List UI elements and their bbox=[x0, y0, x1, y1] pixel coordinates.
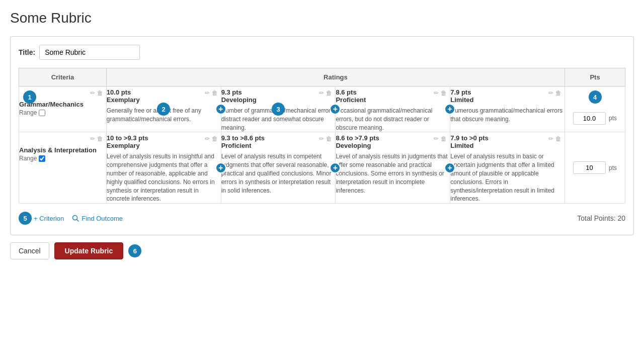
edit-icon[interactable]: ✏ bbox=[434, 89, 439, 97]
rating-pts: 8.6 to >7.9 pts bbox=[336, 134, 450, 142]
rubric-container: Title: Criteria Ratings Pts 1 ✏ 🗑 Gramma… bbox=[10, 36, 634, 235]
criteria-cell: 1 ✏ 🗑 Grammar/Mechanics Range bbox=[19, 86, 107, 132]
delete-icon[interactable]: 🗑 bbox=[212, 135, 218, 142]
rating-cell: ✏ 🗑 9.3 to >8.6 pts Proficient Level of … bbox=[221, 132, 336, 204]
rating-cell-icons: ✏ 🗑 bbox=[548, 135, 561, 142]
rating-desc: Numerous grammatical/mechanical errors t… bbox=[450, 107, 565, 124]
svg-line-1 bbox=[77, 220, 79, 222]
criteria-range: Range bbox=[19, 155, 106, 162]
total-points: Total Points: 20 bbox=[577, 214, 625, 222]
delete-icon[interactable]: 🗑 bbox=[441, 135, 447, 142]
pts-input[interactable] bbox=[573, 112, 606, 125]
table-row: 1 ✏ 🗑 Grammar/Mechanics Range ✏ 🗑 10.0 p… bbox=[19, 86, 625, 132]
add-rating-button[interactable]: + bbox=[215, 162, 226, 173]
pts-label: pts bbox=[609, 115, 617, 122]
add-rating-button[interactable]: + bbox=[330, 162, 341, 173]
rating-cell-icons: ✏ 🗑 bbox=[205, 135, 218, 142]
rating-desc: Level of analysis results in insightful … bbox=[107, 152, 221, 203]
badge-4: 4 bbox=[589, 90, 602, 104]
rating-desc: Level of analysis results in competent j… bbox=[221, 152, 336, 195]
range-label: Range bbox=[19, 109, 37, 116]
badge-5: 5 bbox=[19, 212, 32, 225]
rating-cell: ✏ 🗑 8.6 pts Proficient Occasional gramma… bbox=[336, 86, 450, 132]
action-row: Cancel Update Rubric 6 bbox=[10, 242, 634, 259]
edit-icon[interactable]: ✏ bbox=[205, 135, 210, 142]
title-label: Title: bbox=[19, 48, 35, 56]
add-rating-button[interactable]: + bbox=[215, 104, 226, 115]
rating-name: Developing bbox=[336, 142, 450, 149]
rubric-table: Criteria Ratings Pts 1 ✏ 🗑 Grammar/Mecha… bbox=[19, 68, 625, 204]
badge-2: 2 bbox=[157, 103, 170, 116]
rating-cell-icons: ✏ 🗑 bbox=[548, 89, 561, 97]
footer-left: 5 + Criterion Find Outcome bbox=[19, 212, 123, 225]
find-outcome-button[interactable]: Find Outcome bbox=[72, 215, 123, 222]
rating-cell: ✏ 🗑 7.9 to >0 pts Limited Level of analy… bbox=[450, 132, 565, 204]
rating-cell-icons: ✏ 🗑 bbox=[319, 135, 332, 142]
pts-input[interactable] bbox=[573, 161, 606, 174]
rating-cell: ✏ 🗑 10.0 pts Exemplary Generally free or… bbox=[106, 86, 221, 132]
rating-cell: ✏ 🗑 9.3 pts Developing Number of grammat… bbox=[221, 86, 336, 132]
pts-cell: pts bbox=[565, 132, 625, 204]
add-rating-button[interactable]: + bbox=[444, 104, 455, 115]
edit-icon[interactable]: ✏ bbox=[548, 135, 553, 142]
rating-name: Exemplary bbox=[107, 142, 221, 149]
rating-cell: ✏ 🗑 8.6 to >7.9 pts Developing Level of … bbox=[336, 132, 450, 204]
title-input[interactable] bbox=[39, 45, 140, 60]
delete-icon[interactable]: 🗑 bbox=[212, 89, 218, 97]
title-row: Title: bbox=[19, 45, 625, 60]
delete-icon[interactable]: 🗑 bbox=[555, 89, 561, 97]
delete-icon[interactable]: 🗑 bbox=[97, 89, 103, 97]
badge-1: 1 bbox=[23, 90, 36, 104]
rating-name: Proficient bbox=[336, 96, 450, 104]
footer-row: 5 + Criterion Find Outcome Total Points:… bbox=[19, 210, 625, 227]
edit-icon[interactable]: ✏ bbox=[205, 89, 210, 97]
rating-name: Limited bbox=[450, 96, 565, 104]
add-rating-button[interactable]: + bbox=[330, 104, 341, 115]
edit-icon[interactable]: ✏ bbox=[319, 89, 324, 97]
edit-icon[interactable]: ✏ bbox=[548, 89, 553, 97]
rating-pts: 7.9 to >0 pts bbox=[450, 134, 565, 142]
rating-cell-icons: ✏ 🗑 bbox=[319, 89, 332, 97]
ratings-header: Ratings bbox=[106, 68, 565, 86]
rating-pts: 10 to >9.3 pts bbox=[107, 134, 221, 142]
add-criterion-button[interactable]: + Criterion bbox=[34, 215, 64, 222]
rating-pts: 9.3 pts bbox=[221, 88, 336, 96]
pts-label: pts bbox=[609, 164, 617, 171]
edit-icon[interactable]: ✏ bbox=[319, 135, 324, 142]
pts-header: Pts bbox=[565, 68, 625, 86]
edit-icon[interactable]: ✏ bbox=[434, 135, 439, 142]
rating-pts: 8.6 pts bbox=[336, 88, 450, 96]
update-rubric-button[interactable]: Update Rubric bbox=[54, 242, 124, 259]
add-rating-button[interactable]: + bbox=[444, 162, 455, 173]
badge-6: 6 bbox=[128, 244, 141, 257]
rating-cell-icons: ✏ 🗑 bbox=[434, 89, 447, 97]
rating-desc: Occasional grammatical/mechanical errors… bbox=[336, 107, 450, 132]
criteria-name: Analysis & Interpretation bbox=[19, 146, 106, 154]
badge-3: 3 bbox=[272, 103, 285, 116]
criteria-cell-icons: ✏ 🗑 bbox=[90, 89, 103, 97]
range-checkbox[interactable] bbox=[39, 155, 45, 162]
search-icon bbox=[72, 215, 79, 222]
rating-cell-icons: ✏ 🗑 bbox=[434, 135, 447, 142]
find-outcome-label: Find Outcome bbox=[82, 215, 123, 222]
cancel-button[interactable]: Cancel bbox=[10, 242, 49, 259]
pts-cell: 4 pts bbox=[565, 86, 625, 132]
delete-icon[interactable]: 🗑 bbox=[97, 135, 103, 142]
edit-icon[interactable]: ✏ bbox=[90, 135, 95, 142]
delete-icon[interactable]: 🗑 bbox=[326, 135, 332, 142]
range-checkbox[interactable] bbox=[39, 110, 45, 116]
edit-icon[interactable]: ✏ bbox=[90, 89, 95, 97]
rating-cell: ✏ 🗑 10 to >9.3 pts Exemplary Level of an… bbox=[106, 132, 221, 204]
criteria-range: Range bbox=[19, 109, 106, 116]
range-label: Range bbox=[19, 155, 37, 162]
rating-cell: ✏ 🗑 7.9 pts Limited Numerous grammatical… bbox=[450, 86, 565, 132]
rating-pts: 7.9 pts bbox=[450, 88, 565, 96]
delete-icon[interactable]: 🗑 bbox=[441, 89, 447, 97]
delete-icon[interactable]: 🗑 bbox=[326, 89, 332, 97]
rating-name: Proficient bbox=[221, 142, 336, 149]
criteria-header: Criteria bbox=[19, 68, 107, 86]
rating-pts: 9.3 to >8.6 pts bbox=[221, 134, 336, 142]
table-row: ✏ 🗑 Analysis & Interpretation Range ✏ 🗑 … bbox=[19, 132, 625, 204]
rating-desc: Level of analysis results in judgments t… bbox=[336, 152, 450, 195]
delete-icon[interactable]: 🗑 bbox=[555, 135, 561, 142]
